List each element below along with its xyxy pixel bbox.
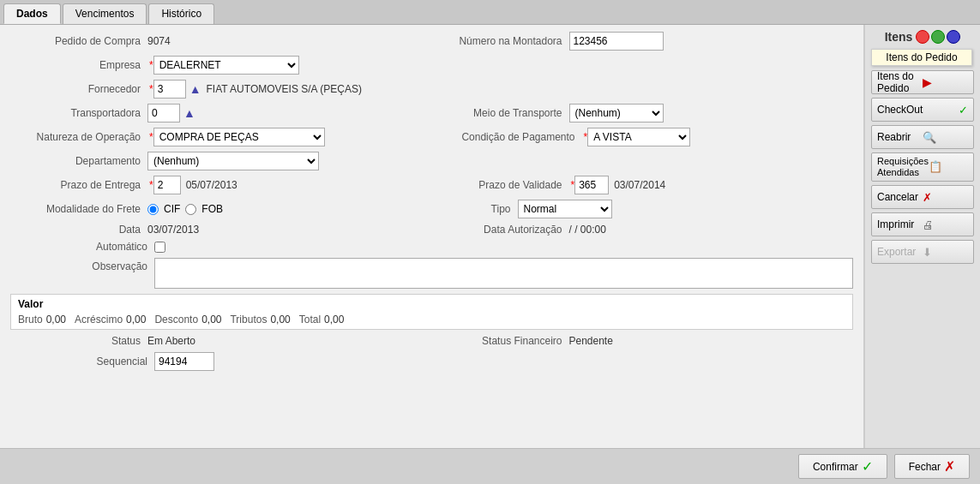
frete-cif-radio[interactable] (147, 204, 159, 215)
frete-fob-label: FOB (201, 203, 223, 215)
status-label: Status (10, 335, 147, 347)
cancelar-button[interactable]: Cancelar ✗ (871, 185, 974, 209)
desconto-value: 0,00 (201, 314, 221, 326)
acrescimo-label: Acréscimo (75, 314, 123, 326)
tributos-value: 0,00 (270, 314, 290, 326)
bottom-bar: Confirmar ✓ Fechar ✗ (0, 448, 980, 484)
bruto-value: 0,00 (46, 314, 66, 326)
imprimir-button[interactable]: Imprimir 🖨 (871, 212, 974, 236)
departamento-label: Departamento (10, 155, 147, 167)
imprimir-icon: 🖨 (923, 218, 968, 231)
valor-section: Valor Bruto 0,00 Acréscimo 0,00 Desconto… (10, 294, 853, 330)
frete-fob-radio[interactable] (185, 204, 196, 215)
meio-transporte-label: Meio de Transporte (432, 107, 569, 119)
observacao-label: Observação (10, 258, 154, 272)
sidebar-title: Itens (885, 30, 913, 44)
departamento-select[interactable]: (Nenhum) (147, 152, 319, 170)
pedido-compra-value: 9074 (147, 35, 171, 47)
fechar-label: Fechar (909, 461, 941, 473)
confirmar-label: Confirmar (813, 461, 858, 473)
prazo-entrega-days-input[interactable] (153, 176, 181, 194)
acrescimo-value: 0,00 (126, 314, 146, 326)
transportadora-label: Transportadora (10, 107, 147, 119)
numero-montadora-input[interactable] (569, 32, 664, 51)
cancelar-icon: ✗ (923, 191, 968, 204)
status-financeiro-value: Pendente (569, 335, 613, 347)
tipo-select[interactable]: Normal (518, 200, 612, 218)
condicao-pagamento-label: Condição de Pagamento (432, 131, 582, 143)
data-label: Data (10, 224, 147, 236)
valor-title: Valor (18, 298, 845, 310)
fornecedor-lookup-icon[interactable]: ▲ (189, 82, 201, 96)
transportadora-id-input[interactable] (147, 104, 180, 122)
sequencial-input[interactable] (154, 352, 214, 371)
fornecedor-name: FIAT AUTOMOVEIS S/A (PEÇAS) (207, 83, 362, 95)
transportadora-lookup-icon[interactable]: ▲ (183, 106, 195, 120)
tabs-bar: Dados Vencimentos Histórico (0, 0, 980, 25)
frete-radio-group: CIF FOB (147, 203, 223, 215)
observacao-textarea[interactable] (154, 258, 853, 289)
tab-dados[interactable]: Dados (3, 3, 61, 24)
status-value: Em Aberto (147, 335, 195, 347)
exportar-icon: ⬇ (923, 246, 968, 259)
reabrir-icon: 🔍 (923, 131, 968, 144)
empresa-label: Empresa (10, 59, 147, 71)
tab-vencimentos[interactable]: Vencimentos (63, 3, 147, 24)
meio-transporte-select[interactable]: (Nenhum) (569, 104, 664, 122)
tab-historico[interactable]: Histórico (148, 3, 214, 24)
prazo-entrega-date: 05/07/2013 (186, 179, 237, 191)
automatico-checkbox[interactable] (154, 242, 165, 253)
form-panel: Pedido de Compra 9074 Número na Montador… (0, 25, 864, 448)
automatico-label: Automático (10, 241, 154, 253)
sequencial-label: Sequencial (10, 356, 154, 367)
prazo-validade-label: Prazo de Validade (432, 179, 569, 191)
tributos-label: Tributos (230, 314, 267, 326)
total-label: Total (299, 314, 321, 326)
fornecedor-id-input[interactable] (153, 80, 186, 99)
frete-cif-label: CIF (164, 203, 180, 215)
prazo-validade-days-input[interactable] (574, 176, 609, 194)
fechar-button[interactable]: Fechar ✗ (894, 454, 970, 479)
checkout-icon: ✓ (959, 104, 968, 117)
confirmar-button[interactable]: Confirmar ✓ (798, 454, 887, 479)
numero-montadora-label: Número na Montadora (432, 35, 569, 47)
prazo-entrega-label: Prazo de Entrega (10, 179, 147, 191)
modalidade-frete-label: Modalidade do Frete (10, 203, 147, 215)
tipo-label: Tipo (432, 203, 518, 215)
circle-red-icon (916, 30, 929, 44)
natureza-operacao-select[interactable]: COMPRA DE PEÇAS (153, 128, 325, 146)
tooltip-text: Itens do Pedido (886, 51, 957, 63)
circle-blue-icon (947, 30, 960, 44)
fechar-x-icon: ✗ (944, 458, 955, 475)
desconto-label: Desconto (154, 314, 198, 326)
natureza-operacao-label: Natureza de Operação (10, 131, 147, 143)
right-panel: Itens Itens do Pedido Itens do Pedido ▶ (864, 25, 980, 448)
itens-pedido-icon: ▶ (923, 75, 968, 89)
pedido-compra-label: Pedido de Compra (10, 35, 147, 47)
data-value: 03/07/2013 (147, 224, 199, 236)
empresa-select[interactable]: DEALERNET (153, 56, 299, 75)
fornecedor-label: Fornecedor (10, 83, 147, 95)
exportar-button[interactable]: Exportar ⬇ (871, 240, 974, 264)
reabrir-button[interactable]: Reabrir 🔍 (871, 125, 974, 149)
data-autorizacao-label: Data Autorização (432, 224, 569, 236)
requisicoes-atendidas-button[interactable]: Requisições Atendidas 📋 (871, 152, 974, 182)
circle-green-icon (931, 30, 945, 44)
data-autorizacao-value: / / 00:00 (569, 224, 606, 236)
requisicoes-icon: 📋 (929, 160, 968, 174)
confirmar-check-icon: ✓ (862, 458, 873, 475)
itens-pedido-tooltip: Itens do Pedido (871, 49, 972, 66)
total-value: 0,00 (324, 314, 344, 326)
content-area: Pedido de Compra 9074 Número na Montador… (0, 25, 980, 448)
checkout-button[interactable]: CheckOut ✓ (871, 98, 974, 122)
prazo-validade-date: 03/07/2014 (614, 179, 665, 191)
status-financeiro-label: Status Financeiro (432, 335, 569, 347)
bruto-label: Bruto (18, 314, 43, 326)
condicao-pagamento-select[interactable]: A VISTA (587, 128, 690, 146)
panel-top-icons (916, 30, 960, 44)
itens-pedido-button[interactable]: Itens do Pedido ▶ (871, 70, 974, 94)
